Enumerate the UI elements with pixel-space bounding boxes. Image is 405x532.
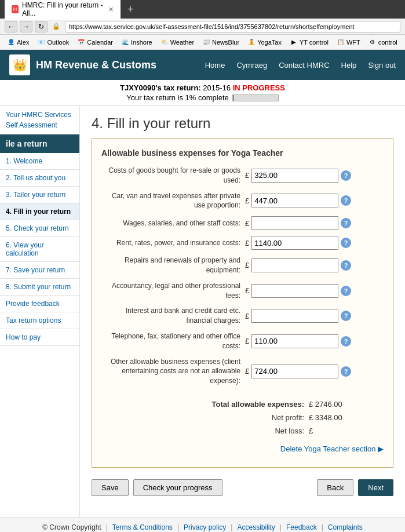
net-profit-value: £ 3348.00 <box>309 413 342 422</box>
input-group-telephone: £ ? <box>245 334 351 348</box>
bookmark-label: YT control <box>300 39 329 46</box>
bookmark-wft[interactable]: 📋 WFT <box>333 37 364 48</box>
help-icon-rent[interactable]: ? <box>341 238 351 248</box>
total-allowable-label: Total allowable expenses: <box>101 400 304 409</box>
back-nav-button[interactable]: ← <box>5 21 17 32</box>
sidebar-item-welcome[interactable]: 1. Welcome <box>0 153 79 170</box>
bookmark-yin[interactable]: ☯ Yin <box>402 37 405 48</box>
sidebar-item-fill-in[interactable]: 4. Fill in your return <box>0 203 79 220</box>
outlook-icon: 📧 <box>37 38 45 46</box>
sidebar-link-submit[interactable]: 8. Submit your return <box>6 283 71 291</box>
input-accountancy[interactable] <box>251 284 338 298</box>
input-group-interest: £ ? <box>245 309 351 323</box>
next-button[interactable]: Next <box>358 479 393 496</box>
input-telephone[interactable] <box>251 334 338 348</box>
bookmark-control[interactable]: ⚙ control <box>365 37 401 48</box>
tab-title: HMRC: Fill in your return - All... <box>22 1 105 17</box>
action-buttons: Save Check your progress Back Next <box>92 479 393 496</box>
sidebar-item-feedback[interactable]: Provide feedback <box>0 296 79 312</box>
bookmark-yogatax[interactable]: 🧘 YogaTax <box>244 37 285 48</box>
sidebar-link-check[interactable]: 5. Check your return <box>6 224 69 232</box>
sidebar-your-hmrc-services-link[interactable]: Your HMRC Services <box>6 111 74 119</box>
footer-accessibility[interactable]: Accessibility <box>237 523 275 531</box>
footer-feedback[interactable]: Feedback <box>286 523 317 531</box>
hmrc-nav: Home Cymraeg Contact HMRC Help Sign out <box>205 61 396 70</box>
input-group-rent: £ ? <box>245 236 351 250</box>
sidebar-link-welcome[interactable]: 1. Welcome <box>6 157 42 165</box>
active-tab[interactable]: H HMRC: Fill in your return - All... ✕ <box>5 0 121 20</box>
nav-help[interactable]: Help <box>341 61 357 70</box>
bookmark-label: NewsBlur <box>212 39 239 46</box>
sidebar-link-fill-in[interactable]: 4. Fill in your return <box>6 207 71 216</box>
hmrc-logo: 👑 HM Revenue & Customs <box>9 54 156 75</box>
bookmarks-bar: 👤 Alex 📧 Outlook 📅 Calendar 🌊 Inshore ⛅ … <box>0 35 405 50</box>
progress-bar-container: Your tax return is 1% complete <box>9 93 396 102</box>
sidebar-self-assessment-link[interactable]: Self Assessment <box>6 121 74 129</box>
sidebar-link-tailor[interactable]: 3. Tailor your return <box>6 191 65 199</box>
bookmark-yt[interactable]: ▶ YT control <box>286 37 332 48</box>
input-rent[interactable] <box>251 236 338 250</box>
sidebar-item-check[interactable]: 5. Check your return <box>0 220 79 237</box>
save-button[interactable]: Save <box>92 479 129 496</box>
help-icon-accountancy[interactable]: ? <box>341 286 351 296</box>
delete-section-link[interactable]: Delete Yoga Teacher section ▶ <box>280 444 384 453</box>
input-goods-cost[interactable] <box>251 169 338 183</box>
field-wages: Wages, salaries, and other staff costs: … <box>101 216 384 230</box>
nav-cymraeg[interactable]: Cymraeg <box>236 61 267 70</box>
bookmark-weather[interactable]: ⛅ Weather <box>157 37 198 48</box>
sidebar-item-tell-us[interactable]: 2. Tell us about you <box>0 170 79 187</box>
label-interest: Interest and bank and credit card etc. f… <box>101 306 240 326</box>
input-car-travel[interactable] <box>251 194 338 207</box>
help-icon-repairs[interactable]: ? <box>341 260 351 271</box>
sidebar-item-save[interactable]: 7. Save your return <box>0 262 79 279</box>
sidebar-link-pay[interactable]: How to pay <box>6 333 41 341</box>
bookmark-alex[interactable]: 👤 Alex <box>3 37 32 48</box>
new-tab-button[interactable]: + <box>127 3 134 16</box>
nav-contact[interactable]: Contact HMRC <box>279 61 329 70</box>
label-car-travel: Car, van and travel expenses after priva… <box>101 191 240 211</box>
help-icon-other[interactable]: ? <box>341 366 351 377</box>
input-repairs[interactable] <box>251 258 338 272</box>
sidebar: Your HMRC Services Self Assessment ile a… <box>0 106 80 517</box>
bookmark-outlook[interactable]: 📧 Outlook <box>34 37 72 48</box>
status-bar: TJXY0090's tax return: 2015-16 IN PROGRE… <box>0 80 405 106</box>
footer-sep-1: | <box>177 523 179 531</box>
footer-links: © Crown Copyright | Terms & Conditions |… <box>9 523 396 531</box>
sidebar-link-save[interactable]: 7. Save your return <box>6 266 65 274</box>
bookmark-newsblur[interactable]: 📰 NewsBlur <box>199 37 243 48</box>
pound-sign: £ <box>245 261 249 269</box>
sidebar-link-options[interactable]: Tax return options <box>6 316 61 325</box>
check-progress-button[interactable]: Check your progress <box>133 479 222 496</box>
help-icon-telephone[interactable]: ? <box>341 336 351 347</box>
field-rent: Rent, rates, power, and insurance costs:… <box>101 236 384 250</box>
help-icon-interest[interactable]: ? <box>341 311 351 321</box>
sidebar-item-view-calc[interactable]: 6. View your calculation <box>0 237 79 262</box>
input-other[interactable] <box>251 365 338 378</box>
sidebar-link-view-calc[interactable]: 6. View your calculation <box>6 241 44 257</box>
sidebar-item-options[interactable]: Tax return options <box>0 312 79 329</box>
forward-nav-button[interactable]: → <box>20 21 32 32</box>
nav-signout[interactable]: Sign out <box>368 61 396 70</box>
url-bar[interactable] <box>65 21 400 32</box>
sidebar-link-feedback[interactable]: Provide feedback <box>6 300 60 308</box>
tab-close-button[interactable]: ✕ <box>108 6 114 13</box>
help-icon-goods-cost[interactable]: ? <box>341 170 351 181</box>
footer-complaints[interactable]: Complaints <box>328 523 363 531</box>
input-wages[interactable] <box>251 216 338 230</box>
help-icon-car-travel[interactable]: ? <box>341 195 351 206</box>
sidebar-item-submit[interactable]: 8. Submit your return <box>0 279 79 296</box>
footer-terms[interactable]: Terms & Conditions <box>112 523 173 531</box>
sidebar-item-tailor[interactable]: 3. Tailor your return <box>0 187 79 203</box>
sidebar-link-tell-us[interactable]: 2. Tell us about you <box>6 174 65 182</box>
help-icon-wages[interactable]: ? <box>341 218 351 228</box>
bookmark-inshore[interactable]: 🌊 Inshore <box>118 37 156 48</box>
reload-button[interactable]: ↻ <box>35 21 48 32</box>
nav-home[interactable]: Home <box>205 61 225 70</box>
bookmark-label: control <box>378 39 397 46</box>
bookmark-calendar[interactable]: 📅 Calendar <box>74 37 116 48</box>
control-icon: ⚙ <box>368 38 377 46</box>
sidebar-item-pay[interactable]: How to pay <box>0 329 79 346</box>
footer-privacy[interactable]: Privacy policy <box>184 523 226 531</box>
back-button[interactable]: Back <box>317 479 353 496</box>
input-interest[interactable] <box>251 309 338 323</box>
